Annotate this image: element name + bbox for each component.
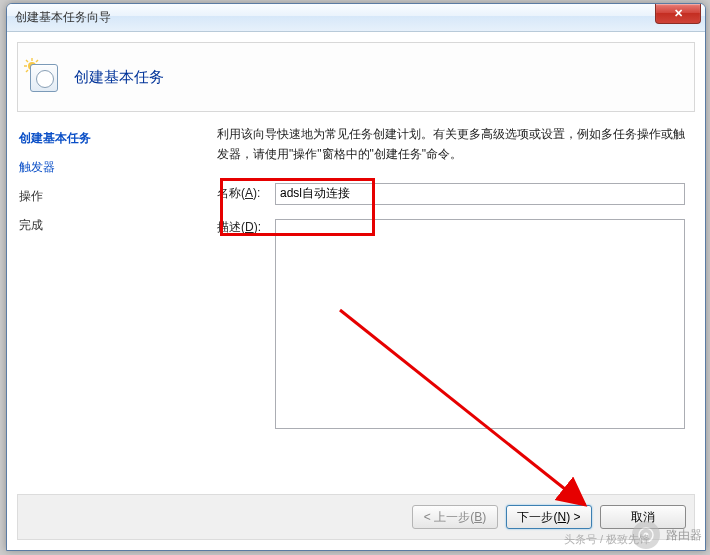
instruction-text: 利用该向导快速地为常见任务创建计划。有关更多高级选项或设置，例如多任务操作或触发… [217,124,685,165]
name-input[interactable] [275,183,685,205]
description-row: 描述(D): [217,219,685,429]
task-wizard-icon [26,60,60,94]
description-input[interactable] [275,219,685,429]
button-footer: < 上一步(B) 下一步(N) > 取消 [17,494,695,540]
watermark-icon [632,521,660,549]
name-label: 名称(A): [217,185,275,202]
close-button[interactable]: ✕ [655,4,701,24]
window-title: 创建基本任务向导 [15,9,111,26]
watermark-label: 路由器 [666,527,702,544]
sidebar-item-action[interactable]: 操作 [17,182,213,211]
svg-line-7 [36,60,38,62]
form-area: 利用该向导快速地为常见任务创建计划。有关更多高级选项或设置，例如多任务操作或触发… [213,116,695,498]
body-split: 创建基本任务 触发器 操作 完成 利用该向导快速地为常见任务创建计划。有关更多高… [17,116,695,498]
page-title: 创建基本任务 [74,68,164,87]
svg-point-11 [644,533,649,538]
name-row: 名称(A): [217,183,685,205]
sidebar-item-trigger[interactable]: 触发器 [17,153,213,182]
svg-line-8 [26,70,28,72]
back-button[interactable]: < 上一步(B) [412,505,498,529]
wizard-window: 创建基本任务向导 ✕ 创建基本任务 创建基本任务 触发器 操作 完成 利用该向导… [6,3,706,551]
sidebar-item-finish[interactable]: 完成 [17,211,213,240]
wizard-steps-sidebar: 创建基本任务 触发器 操作 完成 [17,116,213,498]
svg-line-5 [26,60,28,62]
header-panel: 创建基本任务 [17,42,695,112]
description-label: 描述(D): [217,219,275,236]
next-button[interactable]: 下一步(N) > [506,505,592,529]
titlebar[interactable]: 创建基本任务向导 ✕ [7,4,705,32]
watermark: 路由器 [632,521,702,549]
close-icon: ✕ [674,7,683,20]
content-area: 创建基本任务 创建基本任务 触发器 操作 完成 利用该向导快速地为常见任务创建计… [7,32,705,550]
sidebar-item-create-basic-task[interactable]: 创建基本任务 [17,124,213,153]
